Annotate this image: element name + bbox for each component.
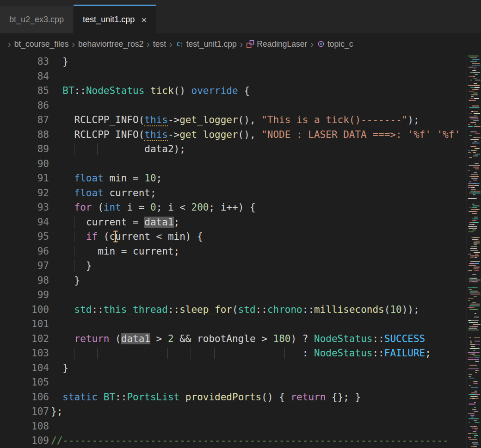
minimap-bar — [472, 442, 479, 443]
line-number[interactable]: 89 — [0, 142, 49, 157]
indent-guide — [191, 348, 215, 359]
code-line[interactable]: 93 for (int i = 0; i < 200; i++) { — [0, 200, 481, 215]
minimap-bar — [468, 368, 479, 369]
code-line[interactable]: 83 } — [0, 55, 481, 69]
indent-guide — [144, 348, 168, 359]
line-number[interactable]: 87 — [0, 113, 49, 128]
code-line[interactable]: 104 } — [0, 361, 481, 376]
code-line[interactable]: 100 std::this_thread::sleep_for(std::chr… — [0, 303, 481, 317]
line-number[interactable]: 101 — [0, 317, 49, 332]
minimap-bar — [470, 72, 475, 73]
line-number[interactable]: 98 — [0, 274, 49, 288]
line-number[interactable]: 85 — [0, 84, 49, 99]
svg-text:+: + — [180, 44, 183, 48]
minimap-bar — [472, 63, 480, 64]
line-number[interactable]: 84 — [0, 69, 49, 84]
code-line[interactable]: 99 — [0, 288, 481, 303]
breadcrumb-item-behaviortree-ros2[interactable]: behaviortree_ros2 — [78, 39, 143, 49]
line-number[interactable]: 104 — [0, 361, 49, 376]
minimap-bar — [470, 257, 474, 258]
line-number[interactable]: 93 — [0, 200, 49, 215]
line-number[interactable]: 83 — [0, 55, 49, 69]
code-line[interactable]: 85 BT::NodeStatus tick() override { — [0, 84, 481, 99]
minimap-bar — [473, 120, 476, 121]
minimap-bar — [475, 359, 479, 360]
line-number[interactable]: 97 — [0, 259, 49, 274]
line-number[interactable]: 105 — [0, 375, 49, 390]
code-line[interactable]: 98 } — [0, 274, 481, 288]
svg-text:C: C — [176, 41, 180, 48]
code-line[interactable]: 94 current = data1; — [0, 215, 481, 230]
minimap-bar — [471, 346, 475, 347]
code-line[interactable]: 91 float min = 10; — [0, 171, 481, 186]
breadcrumb-item-readinglaser[interactable]: ReadingLaser — [246, 39, 307, 49]
indent-guide — [97, 143, 121, 155]
breadcrumb-label: ReadingLaser — [257, 39, 307, 49]
tab-test-unit1[interactable]: test_unit1.cpp × — [74, 5, 156, 33]
line-number[interactable]: 90 — [0, 157, 49, 172]
code-line[interactable]: 87 RCLCPP_INFO(this->get_logger(), "This… — [0, 113, 481, 128]
minimap-bar — [475, 80, 481, 81]
code-line[interactable]: 97 } — [0, 259, 481, 274]
line-number[interactable]: 103 — [0, 346, 49, 361]
close-icon[interactable]: × — [141, 15, 147, 25]
minimap-bar — [469, 280, 480, 280]
code-line[interactable]: 90 — [0, 157, 481, 172]
line-number[interactable]: 100 — [0, 303, 49, 317]
minimap-bar — [468, 185, 475, 186]
indent-guide — [74, 143, 98, 155]
line-number[interactable]: 107 — [0, 404, 49, 419]
breadcrumb-item-bt-course-files[interactable]: bt_course_files — [14, 39, 69, 49]
line-number[interactable]: 86 — [0, 99, 49, 113]
indent-guide — [238, 348, 262, 359]
minimap-bar — [475, 78, 477, 79]
line-number[interactable]: 102 — [0, 332, 49, 347]
minimap-bar — [470, 98, 473, 99]
code-line[interactable]: 103 : NodeStatus::FAILURE; — [0, 346, 481, 361]
line-number[interactable]: 99 — [0, 288, 49, 303]
code-line[interactable]: 92 float current; — [0, 186, 481, 201]
line-number[interactable]: 96 — [0, 244, 49, 259]
minimap-bar — [475, 381, 478, 382]
line-number[interactable]: 94 — [0, 215, 49, 230]
code-line[interactable]: 86 — [0, 99, 481, 113]
code-line[interactable]: 95 if (current < min) { — [0, 230, 481, 244]
code-line[interactable]: 89 data2); — [0, 142, 481, 157]
breadcrumb-item-topic-c[interactable]: topic_c — [317, 39, 353, 49]
tab-bt-u2-ex3[interactable]: bt_u2_ex3.cpp — [0, 6, 74, 33]
minimap-bar — [471, 189, 476, 190]
minimap-bar — [469, 376, 472, 377]
minimap-bar — [473, 183, 480, 184]
cpp-file-icon: C++ — [176, 40, 184, 48]
code-line[interactable]: 101 — [0, 317, 481, 332]
line-number[interactable]: 91 — [0, 171, 49, 186]
line-number[interactable]: 108 — [0, 419, 49, 434]
line-number[interactable]: 106 — [0, 390, 49, 405]
line-number[interactable]: 95 — [0, 230, 49, 244]
code-line[interactable]: 96 min = current; — [0, 244, 481, 259]
code-text: data2); — [51, 142, 481, 157]
code-line[interactable]: 88 RCLCPP_INFO(this->get_logger(), "NODE… — [0, 128, 481, 143]
code-text: BT::NodeStatus tick() override { — [51, 84, 481, 99]
code-line[interactable]: 108 — [0, 419, 481, 434]
minimap-bar — [471, 209, 480, 210]
code-line[interactable]: 84 — [0, 69, 481, 84]
minimap-bar — [471, 291, 478, 292]
minimap-bar — [475, 391, 476, 392]
minimap-bar — [475, 370, 479, 371]
minimap[interactable] — [466, 55, 481, 448]
code-line[interactable]: 102 return (data1 > 2 && robotAngle > 18… — [0, 332, 481, 347]
line-number[interactable]: 88 — [0, 128, 49, 143]
breadcrumb-label: bt_course_files — [14, 39, 69, 49]
code-line[interactable]: 105 — [0, 375, 481, 390]
line-number[interactable]: 109 — [0, 434, 49, 448]
minimap-bar — [469, 305, 480, 306]
code-line[interactable]: 107}; — [0, 404, 481, 419]
minimap-bar — [469, 91, 474, 92]
code-line[interactable]: 106 static BT::PortsList providedPorts()… — [0, 390, 481, 405]
code-line[interactable]: 109//-----------------------------------… — [0, 434, 481, 448]
breadcrumb-item-test-unit1-cpp[interactable]: C++test_unit1.cpp — [176, 39, 237, 49]
line-number[interactable]: 92 — [0, 186, 49, 201]
breadcrumb-item-test[interactable]: test — [153, 39, 166, 49]
minimap-bar — [469, 57, 476, 58]
